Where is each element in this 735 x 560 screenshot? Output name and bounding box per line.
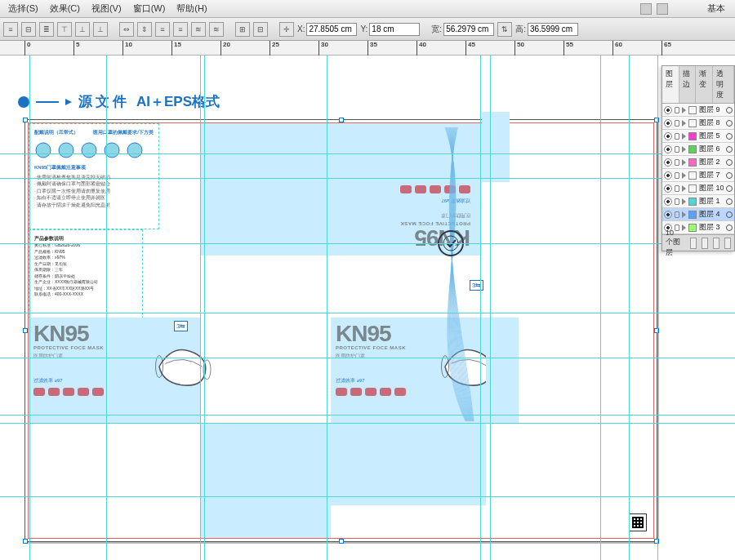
expand-icon[interactable] — [682, 146, 686, 153]
menu-select[interactable]: 选择(S) — [3, 1, 43, 16]
artboard[interactable]: KN95 PROTECTIVE FOCE MASK 医用防护门罩 过滤效率 ≥9… — [24, 119, 657, 542]
opt-a-icon[interactable]: ⊞ — [235, 22, 250, 37]
guide-h[interactable] — [0, 178, 735, 179]
target-icon[interactable] — [726, 172, 733, 179]
expand-icon[interactable] — [682, 224, 686, 231]
lock-toggle[interactable] — [675, 159, 679, 166]
panel-bottom-right[interactable] — [331, 424, 486, 505]
guide-h[interactable] — [0, 423, 735, 424]
doc-icon[interactable] — [640, 3, 652, 15]
layer-locate-button[interactable] — [690, 238, 697, 249]
workspace-label[interactable]: 基本 — [702, 1, 730, 16]
canvas[interactable]: 源文件 AI＋EPS格式 KN95 PROTECTIVE FOCE MASK 医… — [0, 56, 735, 560]
tab-gradient[interactable]: 渐变 — [696, 66, 713, 103]
menu-view[interactable]: 视图(V) — [87, 1, 127, 16]
lock-toggle[interactable] — [675, 133, 679, 140]
visibility-toggle[interactable] — [664, 171, 672, 180]
panel-main-glue[interactable] — [486, 318, 519, 424]
layer-row[interactable]: 图层 7 — [662, 169, 734, 182]
panel-top-right[interactable] — [331, 123, 482, 182]
x-input[interactable] — [306, 23, 357, 36]
target-icon[interactable] — [726, 133, 733, 140]
dist-h-icon[interactable]: ⇔ — [119, 22, 134, 37]
transform-icon[interactable]: ✛ — [279, 22, 294, 37]
guide-h[interactable] — [0, 496, 735, 497]
expand-icon[interactable] — [682, 198, 686, 205]
panel-top-tab-ext[interactable] — [482, 112, 510, 123]
guide-v[interactable] — [600, 56, 601, 560]
visibility-toggle[interactable] — [664, 132, 672, 140]
layer-row[interactable]: 图层 4 — [662, 208, 734, 221]
dist-sh-icon[interactable]: ≡ — [155, 22, 170, 37]
lock-toggle[interactable] — [675, 107, 679, 113]
expand-icon[interactable] — [682, 211, 686, 218]
panel-main-2-instructions[interactable]: 配戴说明（耳带式） 医用口罩的佩戴要求/下方类 KN95门罩佩戴注意事项 · 使… — [29, 123, 159, 229]
guide-h[interactable] — [0, 313, 735, 313]
guide-v[interactable] — [29, 56, 30, 560]
layer-row[interactable]: 图层 9 — [662, 104, 734, 117]
visibility-toggle[interactable] — [664, 211, 672, 219]
menu-help[interactable]: 帮助(H) — [172, 1, 212, 16]
layer-new-sub-button[interactable] — [713, 238, 719, 249]
tab-layers[interactable]: 图层 — [662, 66, 679, 103]
lock-toggle[interactable] — [675, 211, 679, 218]
layer-row[interactable]: 图层 8 — [662, 117, 734, 130]
sel-handle[interactable] — [23, 328, 28, 333]
guide-h[interactable] — [0, 358, 735, 358]
guide-v[interactable] — [327, 56, 327, 560]
menu-window[interactable]: 窗口(W) — [128, 1, 171, 16]
tab-stroke[interactable]: 描边 — [679, 66, 697, 103]
target-icon[interactable] — [726, 107, 733, 113]
align-left-icon[interactable]: ≡ — [3, 22, 18, 37]
guide-v[interactable] — [490, 56, 491, 560]
layer-new-button[interactable] — [702, 238, 708, 249]
target-icon[interactable] — [726, 185, 733, 192]
layer-row[interactable]: 图层 10 — [662, 182, 734, 195]
guide-v[interactable] — [629, 56, 630, 560]
lock-toggle[interactable] — [675, 146, 679, 153]
guide-v[interactable] — [204, 56, 205, 560]
expand-icon[interactable] — [682, 185, 686, 192]
dist-sv-icon[interactable]: ≡ — [173, 22, 188, 37]
dist-v-icon[interactable]: ⇕ — [137, 22, 152, 37]
sel-handle[interactable] — [23, 118, 28, 122]
lock-toggle[interactable] — [675, 198, 679, 205]
layer-trash-button[interactable] — [724, 238, 731, 249]
visibility-toggle[interactable] — [664, 145, 672, 153]
sel-handle[interactable] — [654, 118, 659, 122]
expand-icon[interactable] — [682, 159, 686, 166]
align-top-icon[interactable]: ⊤ — [57, 22, 72, 37]
panel-top-tab[interactable] — [482, 123, 510, 182]
layer-row[interactable]: 图层 5 — [662, 130, 734, 143]
panel-bottom-left[interactable] — [200, 424, 331, 505]
layer-row[interactable]: 图层 6 — [662, 143, 734, 156]
align-v-icon[interactable]: ⊥ — [75, 22, 90, 37]
target-icon[interactable] — [726, 211, 733, 218]
layer-row[interactable]: 图层 1 — [662, 195, 734, 208]
expand-icon[interactable] — [682, 120, 686, 127]
visibility-toggle[interactable] — [664, 198, 672, 206]
expand-icon[interactable] — [682, 133, 686, 140]
guide-v[interactable] — [106, 56, 107, 560]
opt-b-icon[interactable]: ⊟ — [253, 22, 268, 37]
lock-toggle[interactable] — [675, 120, 679, 127]
sel-handle[interactable] — [654, 328, 659, 333]
target-icon[interactable] — [726, 198, 733, 205]
doc-grid-icon[interactable] — [657, 3, 668, 15]
layers-panel[interactable]: 图层 描边 渐变 透明度 图层 9 图层 8 图层 5 图层 6 图层 2 图层… — [662, 65, 735, 251]
y-input[interactable] — [369, 23, 420, 36]
lock-toggle[interactable] — [675, 172, 679, 179]
target-icon[interactable] — [726, 146, 733, 153]
panel-main-1[interactable]: KN95 PROTECTIVE FOCE MASK 医用防护门罩 过滤效率 ≥9… — [29, 318, 200, 424]
panel-main-3[interactable]: KN95 PROTECTIVE FOCE MASK 医用防护门罩 过滤效率 ≥9… — [331, 318, 486, 424]
layer-row[interactable]: 图层 2 — [662, 156, 734, 169]
expand-icon[interactable] — [682, 107, 686, 113]
expand-icon[interactable] — [682, 172, 686, 179]
sel-handle[interactable] — [339, 539, 344, 544]
panel-top-left[interactable] — [200, 123, 331, 182]
sel-handle[interactable] — [339, 118, 344, 122]
dist-b-icon[interactable]: ≋ — [209, 22, 224, 37]
lock-toggle[interactable] — [675, 185, 679, 192]
menu-effect[interactable]: 效果(C) — [45, 1, 85, 16]
visibility-toggle[interactable] — [664, 106, 672, 114]
